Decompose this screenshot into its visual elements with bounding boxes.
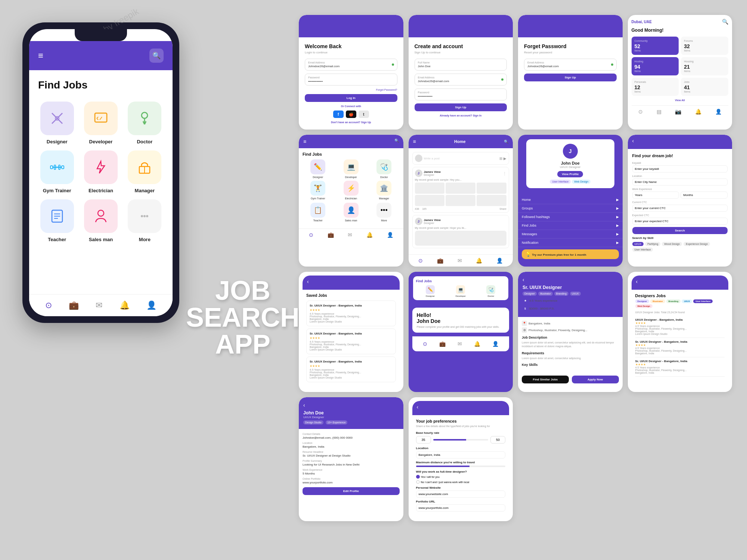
fjm-developer[interactable]: 💻 Developer <box>336 159 367 178</box>
back-arrow-sr[interactable]: ‹ <box>523 277 524 283</box>
facebook-btn[interactable]: f <box>333 111 344 118</box>
fjm-more[interactable]: ••• More <box>369 203 400 222</box>
rate-min-input[interactable]: 35 <box>416 436 431 444</box>
cat-branding[interactable]: Branding <box>666 299 681 303</box>
fjm-teacher[interactable]: 📋 Teacher <box>303 203 334 222</box>
forget-email-input[interactable]: Email Address Johndoe26@email.com <box>524 59 617 71</box>
nav-jobs[interactable]: 💼 <box>69 301 79 310</box>
skill-exp-design[interactable]: Experience Design <box>684 242 710 246</box>
nav-messages[interactable]: ✉ <box>96 301 102 310</box>
job-item-salesman[interactable]: Sales man <box>82 199 120 242</box>
portfolio-url-input[interactable]: www.yourportfolio.com <box>416 504 506 511</box>
rate-max-input[interactable]: 50 <box>490 436 505 444</box>
comments-count[interactable]: 185 <box>422 208 427 210</box>
back-arrow-dj[interactable]: ‹ <box>636 279 638 284</box>
dream-search-btn[interactable]: Search <box>632 227 728 234</box>
menu-notification[interactable]: Notification▶ <box>518 239 623 247</box>
job-item-designer[interactable]: Designer <box>38 102 76 144</box>
keyskill-input[interactable]: Enter your keyskill <box>632 165 728 172</box>
fjm-manager[interactable]: 🏛️ Manager <box>369 181 400 200</box>
location-input[interactable]: Enter City Name <box>632 178 728 186</box>
home-search-icon[interactable]: 🔍 <box>504 140 508 144</box>
home-nav-msg[interactable]: ✉ <box>458 258 462 264</box>
dubai-nav-3[interactable]: 📷 <box>675 109 681 115</box>
hello-nav-4[interactable]: 🔔 <box>474 341 480 347</box>
create-email-input[interactable]: Email Address Johndoe26@email.com <box>415 74 507 85</box>
job-item-doctor[interactable]: Doctor <box>126 102 164 144</box>
personal-website-input[interactable]: www.yourwebsite.com <box>416 491 506 498</box>
no-radio[interactable] <box>416 480 420 484</box>
expected-ctc-input[interactable]: Enter your expected CTC <box>632 218 728 225</box>
back-arrow-prefs[interactable]: ‹ <box>417 404 419 410</box>
share-btn[interactable]: Share <box>499 208 506 210</box>
post-options[interactable]: ⊞ ▶ <box>499 156 506 161</box>
fjm-salesman[interactable]: 👤 Sales man <box>336 203 367 222</box>
skill-wood[interactable]: Wood Design <box>662 242 682 246</box>
back-arrow-dream[interactable]: ‹ <box>632 138 634 144</box>
current-ctc-input[interactable]: Enter your current CTC <box>632 205 728 212</box>
menu-home[interactable]: Home▶ <box>518 196 623 204</box>
login-button[interactable]: Log In <box>305 94 397 102</box>
home-nav-bell[interactable]: 🔔 <box>476 258 482 264</box>
back-arrow-saved[interactable]: ‹ <box>307 279 309 284</box>
nav-profile[interactable]: 👤 <box>146 301 156 310</box>
menu-groups[interactable]: Groups▶ <box>518 204 623 213</box>
skill-user-interface[interactable]: User Interface <box>632 248 653 252</box>
fjm-gym[interactable]: 🏋️ Gym Trainer <box>303 181 334 200</box>
fjm-doctor[interactable]: 🩺 Doctor <box>369 159 400 178</box>
fjm-electrician[interactable]: ⚡ Electrician <box>336 181 367 200</box>
yes-option[interactable]: Yes I will for you <box>416 475 440 479</box>
fjm-designer[interactable]: ✏️ Designer <box>303 159 334 178</box>
create-password-input[interactable]: Password •••••••••••••• <box>415 88 507 100</box>
menu-icon[interactable]: ≡ <box>38 50 43 61</box>
home-nav-jobs[interactable]: 💼 <box>437 258 443 264</box>
skill-uiux[interactable]: UI/UX <box>632 242 644 246</box>
yes-radio[interactable] <box>416 475 420 479</box>
cat-ux[interactable]: UI/UX <box>682 299 692 303</box>
job-item-more[interactable]: More <box>126 199 164 242</box>
fjm-nav-bell[interactable]: 🔔 <box>366 232 373 238</box>
dubai-nav-2[interactable]: ▤ <box>657 109 661 115</box>
apple-btn[interactable]: 🍎 <box>346 111 356 118</box>
menu-messages[interactable]: Messages▶ <box>518 230 623 239</box>
forgot-password-link[interactable]: Forgot Password? <box>305 88 397 91</box>
cat-designer[interactable]: Designer <box>635 299 650 303</box>
hello-nav-5[interactable]: 👤 <box>492 341 499 347</box>
fjm-menu-icon[interactable]: ≡ <box>303 139 306 144</box>
fjm-nav-user[interactable]: 👤 <box>387 232 393 238</box>
back-arrow-pd[interactable]: ‹ <box>303 402 305 408</box>
fjm-nav-jobs[interactable]: 💼 <box>328 232 334 238</box>
hello-nav-1[interactable]: ⊙ <box>423 341 427 347</box>
skill-partifying[interactable]: Partifying <box>645 242 660 246</box>
cat-user-interface[interactable]: User Interface <box>693 299 713 303</box>
fjm-nav-msg[interactable]: ✉ <box>348 232 352 238</box>
job-item-gym[interactable]: Gym Trainer <box>38 150 76 193</box>
password-input[interactable]: Password •••••••••••••• <box>305 74 397 85</box>
dubai-search-icon[interactable]: 🔍 <box>722 19 728 25</box>
dubai-nav-5[interactable]: 👤 <box>715 109 722 115</box>
cat-web-design[interactable]: Web Design <box>635 304 653 308</box>
fullname-input[interactable]: Full Name John Doe <box>415 59 507 71</box>
hello-nav-3[interactable]: ✉ <box>458 341 462 347</box>
hello-nav-2[interactable]: 💼 <box>439 341 446 347</box>
cat-illustrator[interactable]: Illustrator <box>650 299 665 303</box>
twitter-btn[interactable]: t <box>359 111 369 118</box>
job-item-developer[interactable]: Developer <box>82 102 120 144</box>
post-more[interactable]: ⋮ <box>503 171 506 175</box>
apply-now-btn[interactable]: Apply Now <box>572 376 619 383</box>
menu-find-jobs[interactable]: Find Jobs▶ <box>518 221 623 230</box>
dubai-nav-1[interactable]: ⊙ <box>638 109 643 115</box>
job-item-electrician[interactable]: Electrician <box>82 150 120 193</box>
find-similar-btn[interactable]: Find Similar Jobs <box>522 376 569 383</box>
work-exp-months[interactable]: Months <box>681 192 728 199</box>
dubai-nav-4[interactable]: 🔔 <box>695 109 701 115</box>
signup-button[interactable]: Sign Up <box>415 103 507 111</box>
fjm-search-icon[interactable]: 🔍 <box>394 139 399 144</box>
home-nav-home[interactable]: ⊙ <box>418 258 423 264</box>
view-profile-btn[interactable]: View Profile <box>557 171 583 177</box>
distance-track[interactable] <box>416 466 506 467</box>
edit-profile-btn[interactable]: Edit Profile <box>303 487 400 495</box>
work-exp-years[interactable]: Years <box>632 192 679 199</box>
no-option[interactable]: No I can't and I just wanna work with lo… <box>416 480 469 484</box>
premium-banner[interactable]: 💡 Try our Premium plan free for 1 month <box>522 249 619 259</box>
